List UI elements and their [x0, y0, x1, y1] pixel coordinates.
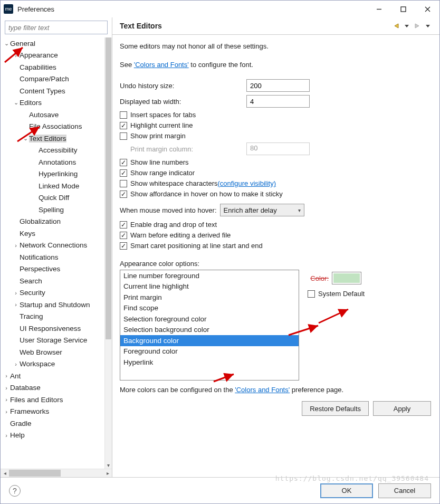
tree-item[interactable]: ›Database — [1, 382, 104, 394]
tree-item[interactable]: ⌄Text Editors — [1, 132, 104, 145]
color-option-item[interactable]: Background color — [120, 335, 299, 346]
tree-item-label: Perspectives — [20, 265, 60, 273]
hover-mode-select[interactable]: Enrich after delay▾ — [220, 204, 304, 216]
tree-item-label: Web Browser — [20, 348, 62, 356]
help-icon[interactable]: ? — [9, 485, 21, 497]
close-button[interactable] — [415, 1, 439, 17]
color-option-item[interactable]: Hyperlink — [120, 357, 299, 368]
cb-line-numbers[interactable]: Show line numbers — [120, 158, 431, 166]
cb-drag-drop[interactable]: Enable drag and drop of text — [120, 221, 431, 229]
tree-item[interactable]: ·Gradle — [1, 417, 104, 430]
minimize-button[interactable] — [367, 1, 391, 17]
tree-item[interactable]: ·Search — [1, 275, 104, 287]
chevron-right-icon[interactable]: › — [12, 361, 20, 367]
tree-item-label: Annotations — [39, 158, 76, 166]
maximize-button[interactable] — [391, 1, 415, 17]
tree-item[interactable]: ·Compare/Patch — [1, 73, 104, 85]
chevron-down-icon[interactable]: ⌄ — [12, 99, 20, 106]
tree-item[interactable]: ›Appearance — [1, 50, 104, 62]
tree-item[interactable]: ·Quick Diff — [1, 192, 104, 204]
tree-item[interactable]: ·Perspectives — [1, 263, 104, 275]
color-option-item[interactable]: Foreground color — [120, 346, 299, 357]
chevron-right-icon[interactable]: › — [3, 385, 10, 391]
color-option-item[interactable]: Current line highlight — [120, 281, 299, 292]
tree-item[interactable]: ·Accessibility — [1, 145, 104, 157]
colors-fonts-link-top[interactable]: 'Colors and Fonts' — [134, 61, 189, 69]
nav-back-icon[interactable] — [392, 22, 400, 30]
hover-mode-row: When mouse moved into hover: Enrich afte… — [120, 204, 431, 216]
cb-system-default[interactable]: System Default — [308, 290, 365, 298]
tree-item[interactable]: ·Keys — [1, 227, 104, 240]
tree-item[interactable]: ›Files and Editors — [1, 394, 104, 406]
tree-item[interactable]: ›Help — [1, 430, 104, 442]
color-option-item[interactable]: Find scope — [120, 303, 299, 314]
color-option-item[interactable]: Line number foreground — [120, 270, 299, 281]
nav-fwd-menu-icon[interactable] — [424, 22, 432, 30]
tree-item[interactable]: ⌄Editors — [1, 97, 104, 109]
chevron-right-icon[interactable]: › — [3, 396, 10, 403]
tree-item[interactable]: ›Network Connections — [1, 240, 104, 252]
cb-warn-derived[interactable]: Warn before editing a derived file — [120, 231, 431, 239]
chevron-right-icon[interactable]: › — [12, 301, 20, 308]
colors-fonts-link-bottom[interactable]: 'Colors and Fonts' — [235, 386, 290, 394]
tree-item[interactable]: ›Workspace — [1, 358, 104, 370]
tree-item[interactable]: ·Capabilities — [1, 61, 104, 73]
tree-hscrollbar[interactable]: ◂ ▸ — [1, 469, 112, 477]
cancel-button[interactable]: Cancel — [378, 483, 431, 498]
tree-item[interactable]: ·Spelling — [1, 204, 104, 216]
tree-item[interactable]: ·Hyperlinking — [1, 168, 104, 180]
tree-item[interactable]: ·User Storage Service — [1, 335, 104, 347]
filter-input[interactable] — [5, 21, 108, 34]
tree-item[interactable]: ·Web Browser — [1, 346, 104, 358]
nav-back-menu-icon[interactable] — [403, 22, 411, 30]
tree-item[interactable]: ·UI Responsiveness — [1, 322, 104, 335]
chevron-right-icon[interactable]: › — [3, 373, 10, 379]
chevron-down-icon[interactable]: ⌄ — [3, 40, 10, 47]
chevron-right-icon[interactable]: › — [3, 408, 10, 415]
tree-item[interactable]: ·Tracing — [1, 311, 104, 323]
chevron-right-icon[interactable]: › — [12, 290, 20, 296]
tree-item[interactable]: ·File Associations — [1, 121, 104, 133]
nav-fwd-icon[interactable] — [413, 22, 422, 30]
tree-item[interactable]: ⌄General — [1, 37, 104, 50]
cb-print-margin[interactable]: Show print margin — [120, 132, 431, 140]
cb-highlight-line[interactable]: Highlight current line — [120, 121, 431, 129]
tree-item-label: Ant — [10, 372, 21, 380]
color-option-item[interactable]: Selection background color — [120, 325, 299, 336]
color-option-item[interactable]: Print margin — [120, 292, 299, 303]
cb-affordance[interactable]: Show affordance in hover on how to make … — [120, 190, 431, 198]
restore-defaults-button[interactable]: Restore Defaults — [302, 401, 369, 416]
tree-item[interactable]: ·Globalization — [1, 216, 104, 228]
cb-whitespace[interactable]: Show whitespace characters (configure vi… — [120, 179, 431, 187]
undo-history-input[interactable] — [246, 79, 310, 92]
tree-item[interactable]: ·Linked Mode — [1, 180, 104, 192]
cb-insert-spaces[interactable]: Insert spaces for tabs — [120, 111, 431, 119]
tree-item[interactable]: ·Notifications — [1, 251, 104, 263]
tree-item[interactable]: ›Frameworks — [1, 406, 104, 418]
tree-item[interactable]: ·Autosave — [1, 109, 104, 121]
tree-item-label: Database — [10, 384, 41, 392]
tree-item[interactable]: ·Annotations — [1, 156, 104, 168]
color-swatch-button[interactable] — [332, 272, 361, 284]
tree-item-label: Linked Mode — [39, 182, 79, 190]
tree-vscrollbar[interactable]: ▾ — [104, 37, 112, 469]
apply-button[interactable]: Apply — [373, 401, 431, 416]
chevron-right-icon[interactable]: › — [3, 432, 10, 439]
tree-item[interactable]: ›Startup and Shutdown — [1, 299, 104, 311]
tree-item[interactable]: ›Security — [1, 287, 104, 299]
cb-smart-caret[interactable]: Smart caret positioning at line start an… — [120, 242, 431, 250]
filter-box — [1, 17, 112, 37]
preferences-tree[interactable]: ⌄General›Appearance·Capabilities·Compare… — [1, 37, 104, 469]
chevron-right-icon[interactable]: › — [12, 52, 20, 59]
cb-range-indicator[interactable]: Show range indicator — [120, 169, 431, 177]
tree-item[interactable]: ›Ant — [1, 370, 104, 382]
tab-width-input[interactable] — [246, 95, 310, 108]
content-area: ⌄General›Appearance·Capabilities·Compare… — [1, 17, 439, 477]
ok-button[interactable]: OK — [320, 483, 373, 498]
chevron-down-icon[interactable]: ⌄ — [22, 135, 29, 142]
color-options-list[interactable]: Line number foregroundCurrent line highl… — [120, 270, 299, 381]
color-option-item[interactable]: Selection foreground color — [120, 313, 299, 325]
tree-item[interactable]: ·Content Types — [1, 85, 104, 97]
configure-visibility-link[interactable]: (configure visibility) — [217, 179, 276, 187]
chevron-right-icon[interactable]: › — [12, 242, 20, 249]
